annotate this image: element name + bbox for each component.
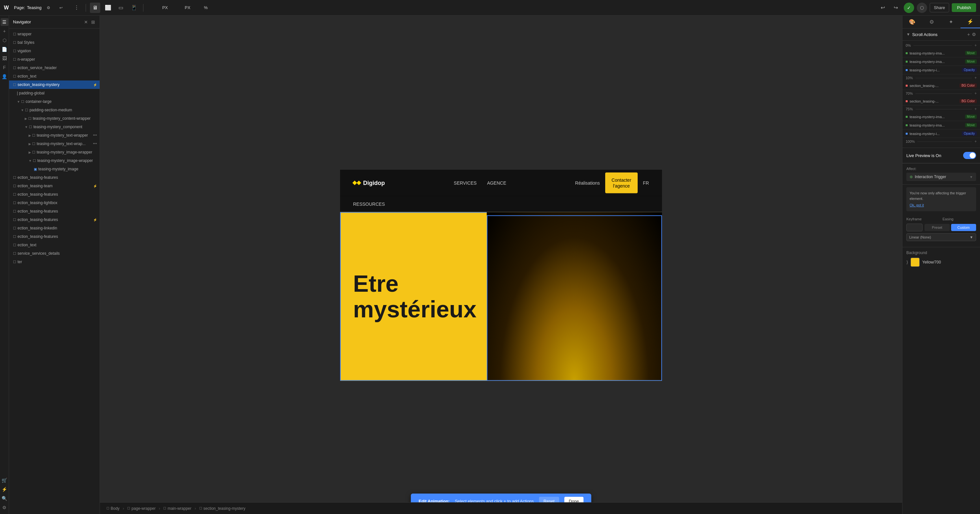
scroll-0-add-btn[interactable]: +: [974, 43, 977, 48]
scroll-actions-add-btn[interactable]: +: [967, 32, 970, 37]
expand-navigator-btn[interactable]: ⊞: [91, 19, 96, 25]
nav-item-teasing-lightbox[interactable]: ☐ ection_teasing-lightbox: [9, 199, 100, 207]
page-name[interactable]: Teasing: [27, 5, 41, 10]
dots-icon[interactable]: •••: [93, 142, 97, 146]
custom-btn[interactable]: Custom: [951, 224, 977, 231]
scroll-actions-more-btn[interactable]: ⚙: [972, 32, 976, 37]
scroll-10-add-btn[interactable]: +: [974, 76, 977, 80]
keyframe-value-input[interactable]: 10: [906, 224, 923, 231]
page-settings-icon[interactable]: ⚙: [43, 3, 54, 13]
nav-item-padding-global[interactable]: | padding-global: [9, 89, 100, 97]
affect-dropdown[interactable]: ⊕ Interaction Trigger ▼: [906, 173, 976, 181]
interactions-tab[interactable]: ⚡: [961, 16, 980, 28]
nav-item-container-large[interactable]: ▼ ☐ container-large: [9, 97, 100, 106]
desktop-view-btn[interactable]: 🖥: [90, 3, 100, 13]
nav-item-section-teasing-mystery[interactable]: ☐ section_teasing-mystery ⚡: [9, 81, 100, 89]
nav-item-ter[interactable]: ☐ ter: [9, 258, 100, 266]
scroll-70-add-btn[interactable]: +: [974, 91, 977, 96]
nav-item-section-text[interactable]: ☐ ection_text: [9, 72, 100, 81]
ecommerce-icon[interactable]: 🛒: [1, 476, 8, 484]
breadcrumb-main-wrapper[interactable]: ☐ main-wrapper: [161, 506, 194, 511]
search-icon[interactable]: 🔍: [1, 495, 8, 502]
scroll-action-item-0-2[interactable]: teasing-mystery-ima... Move: [902, 57, 980, 66]
nav-item-text-wrapper1[interactable]: ▶ ☐ teasing-mystery_text-wrapper •••: [9, 131, 100, 140]
nav-item-section-text2[interactable]: ☐ ection_text: [9, 241, 100, 249]
breadcrumb-section-teasing[interactable]: ☐ section_teasing-mystery: [197, 506, 248, 511]
nav-item-image-wrapper2[interactable]: ▼ ☐ teasing-mystery_image-wrapper: [9, 156, 100, 165]
nav-item-bal-styles[interactable]: ☐ bal Styles: [9, 38, 100, 47]
style-tab[interactable]: 🎨: [902, 16, 922, 28]
scroll-collapse-icon[interactable]: ▼: [906, 32, 910, 37]
nav-item-image-wrapper1[interactable]: ▶ ☐ teasing-mystery_image-wrapper: [9, 148, 100, 156]
nav-item-component[interactable]: ▼ ☐ teasing-mystery_component: [9, 123, 100, 131]
nav-item-teasing-image[interactable]: ▣ teasing-mystety_image: [9, 165, 100, 173]
nav-services[interactable]: SERVICES: [453, 180, 477, 186]
add-element-icon[interactable]: +: [1, 27, 8, 35]
components-icon[interactable]: ⬡: [1, 37, 8, 44]
preset-btn[interactable]: Preset: [924, 224, 950, 231]
tablet-landscape-view-btn[interactable]: ⬜: [103, 3, 113, 13]
redo-btn[interactable]: ↪: [891, 3, 901, 13]
publish-button[interactable]: Publish: [952, 3, 976, 12]
nav-item-teasing-team[interactable]: ☐ ection_teasing-team ⚡: [9, 182, 100, 190]
github-btn[interactable]: ⬡: [917, 3, 927, 13]
nav-item-text-wrapper2[interactable]: ▶ ☐ teasing-mystery_text-wrap... •••: [9, 140, 100, 148]
close-navigator-btn[interactable]: ✕: [83, 19, 89, 25]
settings-icon[interactable]: ⚙: [1, 504, 8, 511]
cms-icon[interactable]: 📄: [1, 45, 8, 53]
bg-color-swatch[interactable]: [910, 258, 920, 267]
scroll-action-item-0-3[interactable]: teasing-mystery-i... Opacity: [902, 66, 980, 74]
scroll-100-add-btn[interactable]: +: [974, 139, 977, 144]
nav-item-navigation[interactable]: ☐ vigation: [9, 47, 100, 55]
contact-button[interactable]: Contacter l'agence: [605, 172, 638, 193]
nav-item-padding-section-medium[interactable]: ▼ ☐ padding-section-medium: [9, 106, 100, 114]
nav-item-teasing-linkedin[interactable]: ☐ ection_teasing-linkedin: [9, 224, 100, 232]
undo-btn[interactable]: ↩: [878, 3, 888, 13]
breadcrumb-body[interactable]: ☐ Body: [104, 506, 122, 511]
nav-item-teasing-features3[interactable]: ☐ ection_teasing-features: [9, 207, 100, 215]
bg-gradient-icon[interactable]: ⟩: [906, 259, 908, 265]
scroll-action-item-75-1[interactable]: teasing-mystery-ima... Move: [902, 113, 980, 121]
section-teasing-mystery[interactable]: ☐ section_teasing-mystery Etre mystérieu…: [340, 212, 662, 381]
more-options-icon[interactable]: ⋮: [72, 3, 82, 13]
status-check-btn[interactable]: ✓: [904, 3, 914, 13]
effects-tab[interactable]: ✦: [941, 16, 961, 28]
nav-item-content-wrapper[interactable]: ▶ ☐ teasing-mystery_content-wrapper: [9, 114, 100, 123]
integrations-icon[interactable]: F: [1, 64, 8, 72]
users-icon[interactable]: 👤: [1, 73, 8, 81]
canvas-area[interactable]: Digidop SERVICES AGENCE Réalisations Con…: [100, 16, 902, 514]
zoom-input[interactable]: 100: [192, 5, 202, 10]
nav-item-teasing-features1[interactable]: ☐ ection_teasing-features: [9, 173, 100, 182]
settings-tab[interactable]: ⚙: [922, 16, 941, 28]
dots-icon[interactable]: •••: [93, 133, 97, 138]
width-input[interactable]: 992: [147, 5, 160, 10]
language-selector[interactable]: FR: [643, 180, 649, 186]
nav-agence[interactable]: AGENCE: [487, 180, 506, 186]
nav-item-teasing-features5[interactable]: ☐ ection_teasing-features: [9, 232, 100, 241]
page-history-icon[interactable]: ↩: [56, 3, 66, 13]
nav-item-wrapper[interactable]: ☐ wrapper: [9, 30, 100, 38]
scroll-action-item-0-1[interactable]: teasing-mystery-ima... Move: [902, 49, 980, 57]
breadcrumb-page-wrapper[interactable]: ☐ page-wrapper: [125, 506, 158, 511]
nav-item-teasing-features4[interactable]: ☐ ection_teasing-features ⚡: [9, 215, 100, 224]
navigator-icon[interactable]: ☰: [1, 18, 8, 26]
subnav-ressources[interactable]: RESSOURCES: [353, 201, 385, 206]
nav-realisations[interactable]: Réalisations: [575, 180, 600, 186]
height-input[interactable]: 725: [170, 5, 183, 10]
scroll-action-item-75-3[interactable]: teasing-mystery-i... Opacity: [902, 129, 980, 138]
interactions-icon[interactable]: ⚡: [1, 485, 8, 493]
easing-dropdown[interactable]: Linear (None) ▼: [906, 233, 976, 241]
scroll-action-item-70-1[interactable]: section_teasing-... BG Color: [902, 97, 980, 105]
share-button[interactable]: Share: [930, 3, 950, 12]
trigger-tooltip-link[interactable]: Ok, got it: [910, 202, 973, 208]
nav-item-n-wrapper[interactable]: ☐ n-wrapper: [9, 55, 100, 64]
nav-item-teasing-features2[interactable]: ☐ ection_teasing-features: [9, 190, 100, 199]
tablet-portrait-view-btn[interactable]: ▭: [116, 3, 126, 13]
scroll-action-item-75-2[interactable]: teasing-mystery-ima... Move: [902, 121, 980, 129]
scroll-75-add-btn[interactable]: +: [974, 107, 977, 111]
nav-item-service-details[interactable]: ☐ service_services_details: [9, 249, 100, 258]
live-preview-toggle[interactable]: [963, 152, 976, 159]
mobile-view-btn[interactable]: 📱: [129, 3, 139, 13]
nav-item-section-service-header[interactable]: ☐ ection_service_header: [9, 64, 100, 72]
assets-icon[interactable]: 🖼: [1, 54, 8, 62]
